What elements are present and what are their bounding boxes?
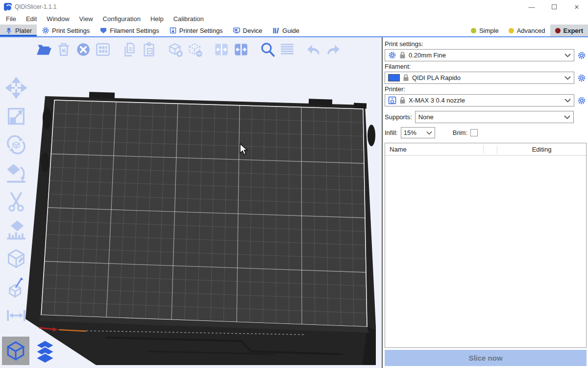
infill-select[interactable]: 15%: [401, 127, 435, 138]
print-bed: [0, 37, 382, 368]
mode-simple[interactable]: Simple: [466, 25, 504, 36]
tab-label: Printer Settings: [179, 27, 223, 34]
gizmo-toolbar: [2, 76, 30, 328]
print-settings-gear-button[interactable]: [577, 51, 587, 60]
variable-layer-height-button[interactable]: [277, 39, 297, 60]
filament-select[interactable]: QIDI PLA Rapido: [385, 72, 574, 84]
maximize-icon: [552, 4, 557, 9]
measure-icon: [5, 305, 27, 326]
delete-button[interactable]: [54, 39, 74, 60]
lock-icon: [399, 97, 406, 104]
measure-button[interactable]: [2, 303, 30, 328]
menu-edit[interactable]: Edit: [21, 14, 42, 25]
printer-gear-button[interactable]: [577, 96, 587, 105]
tab-label: Guide: [282, 27, 299, 34]
remove-instance-button[interactable]: [185, 39, 205, 60]
copy-button[interactable]: [120, 39, 139, 60]
supports-value: None: [418, 113, 434, 121]
undo-button[interactable]: [304, 39, 323, 60]
move-icon: [5, 77, 27, 99]
titlebar: QIDISlicer-1.1.1 — ✕: [0, 0, 588, 14]
object-list: Name Editing: [385, 143, 587, 348]
tab-label: Device: [243, 27, 263, 34]
split-to-objects-button[interactable]: [212, 39, 231, 60]
search-icon: [259, 41, 276, 58]
minimize-button[interactable]: —: [520, 0, 543, 14]
tabbar: Plater Print Settings Filament Settings …: [0, 25, 588, 37]
menu-window[interactable]: Window: [42, 14, 74, 25]
tab-plater[interactable]: Plater: [0, 25, 37, 36]
supports-label: Supports:: [385, 113, 412, 121]
tab-printer-settings[interactable]: Printer Settings: [164, 25, 228, 36]
top-toolbar: [34, 39, 343, 60]
search-button[interactable]: [258, 39, 277, 60]
print-settings-select[interactable]: 0.20mm Fine: [385, 49, 574, 61]
arrange-icon: [95, 41, 111, 58]
menubar: File Edit Window View Configuration Help…: [0, 14, 588, 25]
object-list-header: Name Editing: [385, 143, 586, 156]
menu-view[interactable]: View: [74, 14, 98, 25]
seam-paint-icon: [5, 248, 27, 269]
supports-select[interactable]: None: [415, 111, 574, 123]
filament-label: Filament:: [385, 63, 587, 70]
tab-device[interactable]: Device: [228, 25, 268, 36]
printer-icon: [388, 96, 396, 105]
3d-viewport[interactable]: [0, 37, 382, 368]
mode-expert[interactable]: Expert: [550, 25, 588, 36]
undo-arrow-icon: [305, 41, 322, 58]
filament-gear-button[interactable]: [577, 73, 587, 83]
tab-filament-settings[interactable]: Filament Settings: [95, 25, 164, 36]
mouse-cursor: [239, 143, 249, 156]
gear-icon: [577, 51, 586, 60]
gear-icon: [388, 51, 396, 59]
rotate-button[interactable]: [2, 132, 30, 157]
slice-now-button[interactable]: Slice now: [385, 350, 587, 366]
add-instance-button[interactable]: [166, 39, 185, 60]
tab-guide[interactable]: Guide: [267, 25, 304, 36]
3d-editor-view-button[interactable]: [2, 337, 29, 365]
tab-label: Filament Settings: [110, 27, 159, 34]
place-on-face-button[interactable]: [2, 161, 30, 185]
mode-label: Simple: [479, 27, 499, 34]
paint-on-supports-button[interactable]: [2, 218, 30, 242]
menu-help[interactable]: Help: [146, 14, 169, 25]
view-toggles: [2, 337, 59, 365]
paste-button[interactable]: [139, 39, 159, 60]
seam-painting-button[interactable]: [2, 246, 30, 271]
tab-label: Print Settings: [52, 27, 90, 34]
menu-file[interactable]: File: [1, 14, 21, 25]
arrange-button[interactable]: [93, 39, 113, 60]
gear-icon: [577, 74, 586, 82]
print-settings-value: 0.20mm Fine: [409, 52, 446, 59]
mmu-painting-button[interactable]: [2, 275, 30, 299]
split-to-parts-button[interactable]: [231, 39, 251, 60]
place-on-face-icon: [5, 162, 27, 184]
object-list-body[interactable]: [385, 156, 586, 347]
brim-checkbox[interactable]: [470, 129, 478, 136]
infill-value: 15%: [404, 129, 416, 136]
menu-configuration[interactable]: Configuration: [98, 14, 146, 25]
advanced-dot-icon: [509, 28, 514, 33]
redo-button[interactable]: [323, 39, 343, 60]
open-button[interactable]: [34, 39, 54, 60]
layers-icon: [279, 41, 295, 58]
plater-icon: [5, 26, 13, 34]
printer-label: Printer:: [385, 85, 587, 93]
scale-button[interactable]: [2, 104, 30, 129]
mode-advanced[interactable]: Advanced: [504, 25, 550, 36]
gear-icon: [42, 26, 49, 34]
add-instance-icon: [167, 41, 184, 58]
brim-label: Brim:: [453, 129, 467, 136]
cut-button[interactable]: [2, 189, 30, 214]
close-button[interactable]: ✕: [565, 0, 588, 14]
tab-print-settings[interactable]: Print Settings: [37, 25, 95, 36]
preview-button[interactable]: [31, 337, 59, 365]
printer-select[interactable]: X-MAX 3 0.4 nozzle: [385, 94, 574, 106]
delete-all-button[interactable]: [74, 39, 93, 60]
move-button[interactable]: [2, 76, 30, 100]
menu-calibration[interactable]: Calibration: [169, 14, 209, 25]
maximize-button[interactable]: [543, 0, 565, 14]
printer-value: X-MAX 3 0.4 nozzle: [409, 97, 465, 104]
chevron-down-icon: [564, 115, 570, 119]
rotate-icon: [5, 134, 27, 156]
